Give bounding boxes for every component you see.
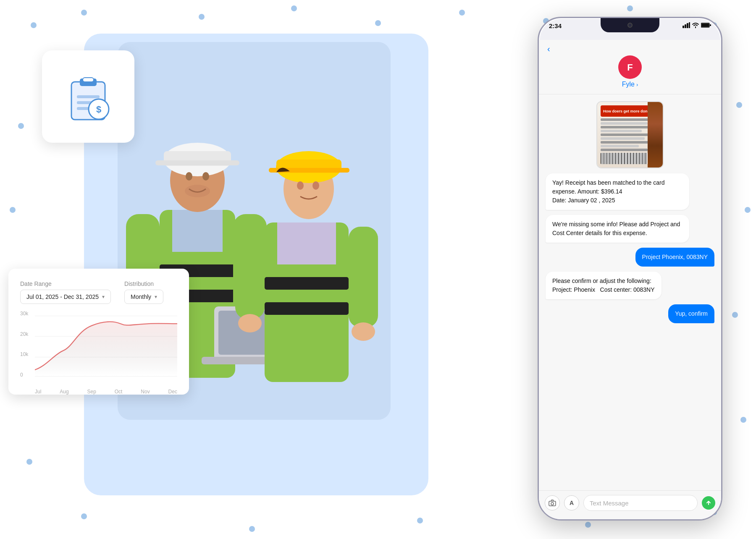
date-range-group: Date Range Jul 01, 2025 - Dec 31, 2025 ▾ [20,280,111,304]
expense-icon: $ [61,69,116,124]
svg-point-17 [740,417,746,423]
svg-point-0 [31,22,37,28]
y-label-0: 0 [20,372,32,378]
svg-rect-79 [710,24,711,26]
svg-point-55 [297,181,304,190]
chart-xaxis: Jul Aug Sep Oct Nov Dec [35,389,177,395]
send-icon [705,500,712,506]
distribution-label: Distribution [124,280,163,287]
fyle-avatar: F [618,55,642,79]
camera-icon [549,500,556,506]
svg-point-3 [291,5,297,11]
distribution-chevron: ▾ [155,294,157,300]
text-message-input[interactable]: Text Message [583,495,698,511]
fyle-logo-icon: F [623,60,637,74]
phone-mockup: 2:34 [538,17,722,521]
svg-point-19 [249,526,255,532]
y-label-10k: 10k [20,351,32,357]
line-chart-svg [35,311,177,383]
svg-rect-63 [83,78,94,82]
svg-rect-49 [265,302,349,315]
chat-input-bar: A Text Message [539,490,721,519]
chart-area: 30k 20k 10k 0 [20,311,177,395]
svg-point-59 [238,314,262,332]
x-label-jul: Jul [35,389,41,395]
svg-rect-76 [689,22,690,28]
svg-rect-57 [235,227,265,319]
date-range-chevron: ▾ [102,294,105,300]
svg-point-5 [459,10,465,16]
wifi-icon [692,22,699,28]
apps-button[interactable]: A [564,495,579,510]
distribution-select[interactable]: Monthly ▾ [124,290,163,304]
chart-svg-wrap [35,311,177,383]
filter-row: Date Range Jul 01, 2025 - Dec 31, 2025 ▾… [20,280,177,304]
svg-rect-36 [155,160,239,165]
svg-point-39 [185,185,210,197]
date-range-select[interactable]: Jul 01, 2025 - Dec 31, 2025 ▾ [20,290,111,304]
x-label-aug: Aug [60,389,68,395]
phone-outer: 2:34 [538,17,722,521]
svg-point-7 [627,5,633,11]
svg-point-10 [10,207,16,213]
chart-yaxis: 30k 20k 10k 0 [20,311,35,378]
scene: $ Date Range Jul 01, 2025 - Dec 31, 2025… [0,0,756,539]
phone-notch [601,18,659,32]
svg-point-82 [551,502,554,505]
back-button[interactable]: ‹ [547,44,550,54]
svg-text:$: $ [96,104,101,115]
svg-point-37 [186,172,192,181]
phone-content: ‹ F Fyle › [539,40,721,519]
status-icons [682,22,711,28]
chat-messages: How doers get more done. [539,94,721,490]
message-2: We're missing some info! Please add Proj… [546,215,689,243]
message-5-text: Yup, confirm [675,310,708,317]
date-range-label: Date Range [20,280,111,287]
text-message-placeholder: Text Message [590,500,629,507]
signal-icon [682,22,690,28]
svg-point-1 [81,10,87,16]
camera-button[interactable] [545,495,560,510]
x-label-oct: Oct [115,389,123,395]
svg-point-13 [26,459,32,465]
svg-rect-78 [701,24,709,27]
contact-name: Fyle [622,81,635,88]
y-label-30k: 30k [20,311,32,317]
send-button[interactable] [702,496,715,510]
message-2-text: We're missing some info! Please add Proj… [552,221,680,236]
battery-icon [701,22,711,28]
svg-rect-75 [687,23,688,28]
distribution-group: Distribution Monthly ▾ [124,280,163,304]
message-1: Yay! Receipt has been matched to the car… [546,173,689,210]
svg-rect-74 [685,24,686,28]
svg-rect-73 [682,26,684,28]
contact-chevron: › [636,81,638,88]
fyle-name-row: Fyle › [622,81,638,88]
x-label-sep: Sep [87,389,96,395]
message-5: Yup, confirm [668,304,714,323]
svg-point-56 [312,181,319,190]
svg-point-14 [736,102,742,108]
svg-point-15 [745,207,751,213]
svg-text:F: F [627,62,633,73]
svg-rect-48 [265,277,349,290]
receipt-image: How doers get more done. [596,101,664,168]
svg-point-2 [199,14,205,20]
message-4: Please confirm or adjust the following:P… [546,272,662,299]
distribution-value: Monthly [131,293,151,300]
status-time: 2:34 [549,22,562,29]
date-range-value: Jul 01, 2025 - Dec 31, 2025 [26,293,99,300]
message-4-text: Please confirm or adjust the following:P… [552,277,655,293]
expense-icon-card: $ [42,50,134,143]
svg-rect-50 [277,222,336,264]
message-3: Project Phoenix, 0083NY [635,248,714,267]
x-label-dec: Dec [168,389,177,395]
message-1-text: Yay! Receipt has been matched to the car… [552,179,664,204]
svg-point-60 [352,322,375,341]
svg-point-38 [202,172,209,181]
svg-point-16 [732,312,738,318]
svg-rect-58 [349,227,378,327]
y-label-20k: 20k [20,331,32,337]
svg-rect-32 [172,210,223,252]
chat-header: ‹ F Fyle › [539,40,721,94]
